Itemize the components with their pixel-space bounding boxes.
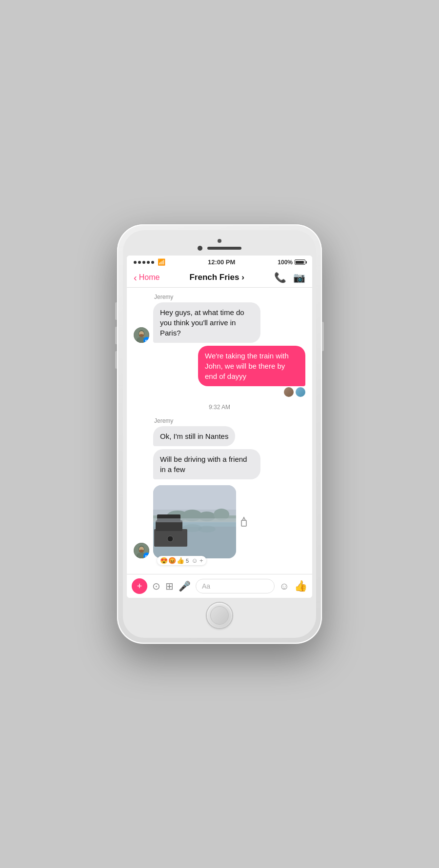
nav-bar: ‹ Home French Fries › 📞 📷 bbox=[127, 268, 312, 288]
battery-body bbox=[295, 259, 305, 265]
camera-icon[interactable]: ⊙ bbox=[152, 580, 160, 592]
photo-message-row: m bbox=[134, 485, 305, 558]
status-time: 12:00 PM bbox=[208, 258, 235, 266]
message-bubble-3: Ok, I'm still in Nantes bbox=[153, 426, 235, 446]
reaction-count: 5 bbox=[186, 558, 189, 564]
messages-area[interactable]: Jeremy bbox=[127, 288, 312, 574]
message-input[interactable]: Aa bbox=[196, 579, 275, 593]
input-placeholder: Aa bbox=[202, 582, 210, 590]
phone-frame: 📶 12:00 PM 100% ‹ Home bbox=[117, 224, 322, 644]
avatar-jeremy-2: m bbox=[134, 543, 149, 558]
message-group-3: Jeremy Ok, I'm still in Nantes bbox=[134, 417, 305, 446]
speaker-bar bbox=[207, 247, 241, 250]
seen-avatars bbox=[134, 387, 305, 397]
signal-dot-1 bbox=[134, 261, 137, 264]
reaction-emoji-3: 👍 bbox=[177, 557, 184, 564]
message-bubble-1: Hey guys, at what time do you think you'… bbox=[153, 302, 260, 343]
title-arrow: › bbox=[241, 273, 244, 282]
message-bubble-4: Will be driving with a friend in a few bbox=[153, 449, 260, 479]
message-row-2: We're taking the train with John, we wil… bbox=[134, 346, 305, 386]
video-call-icon[interactable]: 📷 bbox=[293, 272, 305, 283]
input-bar: + ⊙ ⊞ 🎤 Aa ☺ 👍 bbox=[127, 574, 312, 598]
svg-point-11 bbox=[139, 550, 144, 552]
battery-percent: 100% bbox=[278, 259, 293, 266]
svg-rect-29 bbox=[241, 520, 246, 526]
sender-name-jeremy-2: Jeremy bbox=[154, 417, 305, 424]
status-bar: 📶 12:00 PM 100% bbox=[127, 256, 312, 268]
home-button[interactable] bbox=[207, 603, 232, 628]
add-button[interactable]: + bbox=[132, 578, 147, 594]
battery-fill bbox=[296, 261, 304, 264]
svg-rect-28 bbox=[153, 518, 236, 522]
screen: 📶 12:00 PM 100% ‹ Home bbox=[127, 256, 312, 598]
share-icon bbox=[239, 516, 248, 527]
signal-dot-5 bbox=[151, 261, 154, 264]
camera-dot bbox=[218, 239, 221, 243]
seen-avatar-1 bbox=[284, 387, 294, 397]
front-camera bbox=[198, 246, 202, 251]
home-button-inner bbox=[210, 606, 229, 625]
status-right: 100% bbox=[278, 259, 305, 266]
message-group-2: We're taking the train with John, we wil… bbox=[134, 346, 305, 397]
landscape-photo bbox=[153, 485, 236, 558]
message-row-4: Will be driving with a friend in a few bbox=[134, 449, 305, 479]
wifi-icon: 📶 bbox=[158, 258, 165, 266]
speaker-row bbox=[198, 246, 241, 251]
svg-point-27 bbox=[167, 536, 173, 542]
signal-dot-3 bbox=[142, 261, 145, 264]
phone-bottom bbox=[207, 603, 232, 628]
photo-bubble[interactable] bbox=[153, 485, 236, 558]
photo-container: 😍 😡 👍 5 ☺ + bbox=[153, 485, 236, 558]
message-group-1: Jeremy bbox=[134, 294, 305, 343]
svg-point-5 bbox=[139, 334, 144, 337]
message-row-1: m Hey guys, at what time do you think yo… bbox=[134, 302, 305, 343]
messenger-badge-icon-2: m bbox=[145, 554, 148, 558]
message-bubble-2: We're taking the train with John, we wil… bbox=[198, 346, 305, 386]
back-arrow-icon: ‹ bbox=[134, 272, 137, 283]
phone-top bbox=[127, 235, 312, 253]
message-row-3: Ok, I'm still in Nantes bbox=[134, 426, 305, 446]
nav-actions: 📞 📷 bbox=[274, 272, 305, 283]
reactions-bar[interactable]: 😍 😡 👍 5 ☺ + bbox=[157, 556, 206, 565]
battery-icon bbox=[295, 259, 305, 265]
mic-icon[interactable]: 🎤 bbox=[179, 580, 191, 592]
avatar-jeremy-1: m bbox=[134, 327, 149, 343]
gallery-icon[interactable]: ⊞ bbox=[165, 580, 174, 592]
reaction-emoji-2: 😡 bbox=[168, 557, 176, 564]
title-text: French Fries bbox=[189, 273, 239, 282]
conversation-title: French Fries › bbox=[189, 273, 244, 282]
messenger-badge-2: m bbox=[143, 552, 149, 558]
sender-name-jeremy-1: Jeremy bbox=[154, 294, 305, 300]
add-label: + bbox=[137, 581, 142, 592]
signal-dot-2 bbox=[138, 261, 141, 264]
phone-inner: 📶 12:00 PM 100% ‹ Home bbox=[123, 230, 316, 638]
seen-avatar-2 bbox=[296, 387, 305, 397]
like-button[interactable]: 👍 bbox=[294, 580, 307, 592]
timestamp-1: 9:32 AM bbox=[134, 404, 305, 411]
svg-point-22 bbox=[198, 526, 216, 533]
nav-back[interactable]: ‹ Home bbox=[134, 272, 160, 283]
reaction-add[interactable]: ☺ + bbox=[191, 557, 203, 564]
reaction-emoji-1: 😍 bbox=[160, 557, 168, 564]
emoji-icon[interactable]: ☺ bbox=[279, 581, 289, 592]
phone-call-icon[interactable]: 📞 bbox=[274, 272, 286, 283]
message-group-5: m bbox=[134, 485, 305, 558]
status-left: 📶 bbox=[134, 258, 165, 266]
share-button[interactable] bbox=[237, 515, 251, 529]
back-label: Home bbox=[139, 273, 160, 282]
messenger-badge-icon: m bbox=[145, 338, 148, 343]
message-group-4: Will be driving with a friend in a few bbox=[134, 449, 305, 479]
messenger-badge-1: m bbox=[143, 337, 149, 343]
signal-dot-4 bbox=[147, 261, 150, 264]
